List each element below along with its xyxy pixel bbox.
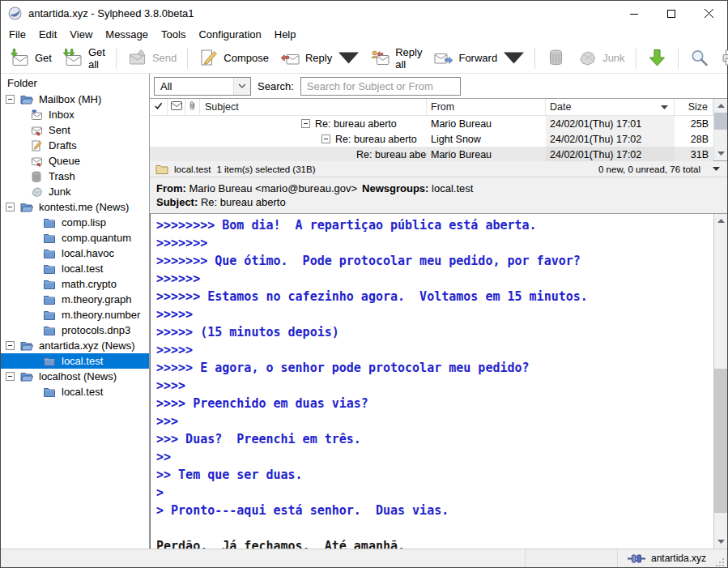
compose-button[interactable]: Compose xyxy=(193,45,275,70)
message-headers-panel: From: Mario Bureau <mario@bureau.gov>New… xyxy=(150,177,727,214)
size-cell: 28B xyxy=(675,131,713,147)
message-counts: 0 new, 0 unread, 76 total xyxy=(598,164,700,174)
message-list-scroll-thumb[interactable] xyxy=(714,113,727,130)
folder-item-local.havoc[interactable]: local.havoc xyxy=(1,246,149,261)
body-line: > Pronto---aqui está senhor. Duas vias. xyxy=(156,502,708,519)
date-column-label: Date xyxy=(550,101,571,113)
folder-item-sent[interactable]: Sent xyxy=(1,122,149,138)
forward-button[interactable]: Forward xyxy=(428,45,530,70)
compose-label: Compose xyxy=(224,52,269,64)
thread-collapse-toggle[interactable] xyxy=(301,119,310,128)
menu-tools[interactable]: Tools xyxy=(155,27,192,42)
body-scroll-down-icon[interactable] xyxy=(714,535,727,549)
next-unread-icon xyxy=(647,48,667,68)
message-row[interactable]: Re: bureau abertoMario Bureau24/02/01(Th… xyxy=(150,116,713,131)
subject-value: Re: bureau aberto xyxy=(201,196,286,208)
folder-item-kontesti.me-news[interactable]: kontesti.me (News) xyxy=(1,199,149,215)
folder-item-local.test[interactable]: local.test xyxy=(1,261,149,276)
status-bar-account-area: antartida.xyz xyxy=(618,549,727,567)
search-input[interactable] xyxy=(300,77,461,96)
search-button[interactable] xyxy=(683,45,715,70)
menu-edit[interactable]: Edit xyxy=(32,27,63,42)
message-body[interactable]: >>>>>>>> Bom dia! A repartiçao pública e… xyxy=(151,214,713,549)
reply-dropdown-arrow[interactable] xyxy=(338,48,359,68)
counts-dropdown-arrow[interactable] xyxy=(711,165,722,173)
menu-configuration[interactable]: Configuration xyxy=(192,27,267,42)
message-row[interactable]: Re: bureau abertoMario Bureau24/02/01(Th… xyxy=(150,147,713,162)
menu-file[interactable]: File xyxy=(2,27,32,42)
folder-item-inbox[interactable]: Inbox xyxy=(1,107,149,122)
resize-grip[interactable] xyxy=(715,557,725,567)
message-list-scrollbar[interactable] xyxy=(713,99,727,160)
tree-collapse-toggle[interactable] xyxy=(6,341,15,350)
reply-button[interactable]: Reply xyxy=(275,45,364,70)
folder-item-math.crypto[interactable]: math.crypto xyxy=(1,276,149,292)
unread-cell xyxy=(168,147,185,162)
sent-icon xyxy=(30,124,43,137)
folder-item-m.theory.graph[interactable]: m.theory.graph xyxy=(1,292,149,307)
folder-item-antartida.xyz-news[interactable]: antartida.xyz (News) xyxy=(1,338,149,353)
folder-item-trash[interactable]: Trash xyxy=(1,169,149,184)
message-list-scroll-track[interactable] xyxy=(714,113,727,147)
folder-item-m.theory.number[interactable]: m.theory.number xyxy=(1,307,149,322)
junk-button[interactable]: Junk xyxy=(572,45,630,70)
chevron-down-icon[interactable] xyxy=(233,78,250,95)
body-line: Perdão. Já fechamos. Até amanhã. xyxy=(156,537,708,549)
menu-help[interactable]: Help xyxy=(268,27,303,42)
body-scroll-up-icon[interactable] xyxy=(714,214,727,228)
folder-item-local.test[interactable]: local.test xyxy=(1,384,149,399)
folder-item-localhost-news[interactable]: localhost (News) xyxy=(1,369,149,384)
folder-label: local.test xyxy=(62,355,103,367)
print-button[interactable] xyxy=(715,45,728,70)
folder-label: comp.quantum xyxy=(62,232,131,244)
scroll-down-icon[interactable] xyxy=(714,147,727,160)
tree-collapse-toggle[interactable] xyxy=(6,372,15,381)
folder-label: localhost (News) xyxy=(39,370,117,382)
folder-manila-icon xyxy=(155,164,168,175)
folder-item-queue[interactable]: Queue xyxy=(1,153,149,169)
paperclip-icon xyxy=(189,100,196,113)
message-rows: Re: bureau abertoMario Bureau24/02/01(Th… xyxy=(150,116,713,162)
send-button[interactable]: Send xyxy=(121,45,182,70)
unread-column-header[interactable] xyxy=(168,99,185,115)
message-list-header: Subject From Date Size xyxy=(150,99,713,116)
menu-message[interactable]: Message xyxy=(99,27,155,42)
folder-label: Sent xyxy=(49,124,70,136)
message-body-scrollbar[interactable] xyxy=(713,214,727,549)
size-column-header[interactable]: Size xyxy=(675,99,713,115)
folder-item-comp.lisp[interactable]: comp.lisp xyxy=(1,215,149,230)
scroll-up-icon[interactable] xyxy=(714,99,727,113)
folder-label: local.test xyxy=(62,386,103,398)
get-button[interactable]: Get xyxy=(4,45,57,70)
reply-all-button[interactable]: Reply all xyxy=(364,44,428,73)
trash-button[interactable] xyxy=(540,45,572,70)
minimize-button[interactable] xyxy=(615,1,653,26)
filter-dropdown[interactable]: All xyxy=(154,77,251,96)
body-scroll-track[interactable] xyxy=(714,228,727,535)
message-row[interactable]: Re: bureau abertoLight Snow24/02/01(Thu)… xyxy=(150,131,713,147)
tree-collapse-toggle[interactable] xyxy=(6,95,15,104)
folder-item-protocols.dnp3[interactable]: protocols.dnp3 xyxy=(1,322,149,338)
folder-item-local.test[interactable]: local.test xyxy=(1,353,149,369)
mark-column-header[interactable] xyxy=(150,99,168,115)
folder-item-mailbox-mh[interactable]: Mailbox (MH) xyxy=(1,92,149,107)
menu-view[interactable]: View xyxy=(63,27,99,42)
from-column-header[interactable]: From xyxy=(427,99,546,115)
subject-cell: Re: bureau aberto xyxy=(200,116,427,131)
attachment-column-header[interactable] xyxy=(185,99,200,115)
get-all-button[interactable]: Get all xyxy=(57,44,111,73)
close-button[interactable] xyxy=(690,1,727,26)
subject-column-header[interactable]: Subject xyxy=(200,99,427,115)
folder-item-junk[interactable]: Junk xyxy=(1,184,149,199)
maximize-button[interactable] xyxy=(653,1,690,26)
folder-item-drafts[interactable]: Drafts xyxy=(1,138,149,153)
folder-item-comp.quantum[interactable]: comp.quantum xyxy=(1,230,149,246)
thread-collapse-toggle[interactable] xyxy=(321,135,330,143)
tree-collapse-toggle[interactable] xyxy=(6,203,15,211)
date-column-header[interactable]: Date xyxy=(546,99,675,115)
search-label: Search: xyxy=(258,80,294,92)
body-scroll-thumb[interactable] xyxy=(714,369,727,513)
next-unread-button[interactable] xyxy=(641,45,673,70)
forward-dropdown-arrow[interactable] xyxy=(504,48,524,68)
header-line-subject: Subject: Re: bureau aberto xyxy=(156,195,721,209)
